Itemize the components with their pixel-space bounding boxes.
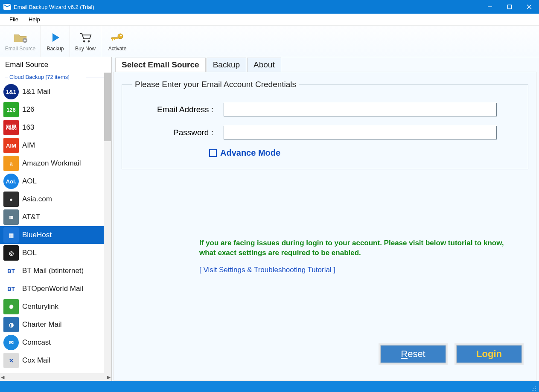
- provider-icon: AIM: [3, 138, 19, 153]
- provider-label: BlueHost: [22, 231, 52, 239]
- tab-select-email-source[interactable]: Select Email Source: [115, 58, 206, 72]
- svg-point-9: [120, 35, 122, 37]
- provider-label: BOL: [22, 249, 37, 257]
- tab-backup[interactable]: Backup: [207, 58, 246, 72]
- provider-item[interactable]: ◑Charter Mail: [0, 316, 111, 334]
- app-icon: [3, 4, 11, 10]
- provider-label: 126: [22, 105, 34, 114]
- window-title: Email Backup Wizard v6.2 (Trial): [14, 4, 480, 10]
- provider-item[interactable]: ✉Comcast: [0, 334, 111, 351]
- provider-icon: ●: [3, 192, 19, 207]
- tab-content: Please Enter your Email Account Credenti…: [114, 72, 536, 381]
- provider-item[interactable]: ●Asia.com: [0, 190, 111, 208]
- menu-help[interactable]: Help: [24, 15, 44, 24]
- tool-email-source[interactable]: Email Source: [0, 26, 41, 57]
- svg-rect-11: [112, 39, 113, 41]
- help-text: If you are facing issues during login to…: [199, 238, 510, 258]
- tool-label: Buy Now: [75, 46, 96, 52]
- tool-activate[interactable]: Activate: [101, 26, 134, 57]
- sidebar-title: Email Source: [0, 57, 111, 72]
- maximize-button[interactable]: [500, 0, 519, 14]
- password-label: Password :: [132, 128, 213, 137]
- provider-item[interactable]: aAmazon Workmail: [0, 154, 111, 172]
- provider-icon: ✉: [3, 335, 19, 350]
- provider-label: AOL: [22, 177, 37, 186]
- provider-icon: Aol.: [3, 174, 19, 189]
- provider-item[interactable]: BTBT Mail (btinternet): [0, 262, 111, 280]
- svg-rect-12: [114, 39, 115, 40]
- provider-item[interactable]: ≋AT&T: [0, 208, 111, 226]
- sidebar-scrollbar[interactable]: [104, 72, 111, 373]
- title-bar: Email Backup Wizard v6.2 (Trial): [0, 0, 539, 14]
- sidebar-hscroll[interactable]: ◀▶: [0, 373, 111, 381]
- provider-label: Asia.com: [22, 195, 52, 203]
- provider-label: BTOpenWorld Mail: [22, 285, 83, 293]
- provider-icon: ▦: [3, 227, 19, 243]
- provider-label: 163: [22, 123, 34, 132]
- menu-file[interactable]: File: [5, 15, 23, 24]
- provider-item[interactable]: ◎BOL: [0, 244, 111, 262]
- provider-icon: ◑: [3, 317, 19, 332]
- provider-item[interactable]: ✺Centurylink: [0, 298, 111, 316]
- provider-label: BT Mail (btinternet): [22, 267, 84, 275]
- key-icon: [110, 31, 125, 44]
- provider-icon: ✺: [3, 299, 19, 314]
- provider-icon: a: [3, 156, 19, 171]
- provider-item[interactable]: AIMAIM: [0, 136, 111, 154]
- provider-icon: 网易: [3, 120, 19, 135]
- provider-item[interactable]: ✕Cox Mail: [0, 351, 111, 369]
- svg-point-6: [83, 41, 85, 43]
- email-field[interactable]: [224, 103, 497, 116]
- provider-icon: 1&1: [3, 84, 19, 99]
- status-bar: [0, 381, 539, 392]
- provider-label: 1&1 Mail: [22, 87, 50, 96]
- provider-icon: ≋: [3, 209, 19, 225]
- tab-strip: Select Email Source Backup About: [114, 57, 536, 72]
- folder-plus-icon: [13, 31, 28, 44]
- main-panel: Select Email Source Backup About Please …: [112, 57, 539, 381]
- password-field[interactable]: [224, 126, 497, 139]
- provider-label: Charter Mail: [22, 320, 62, 329]
- menu-bar: File Help: [0, 14, 539, 26]
- email-label: Email Address :: [132, 105, 213, 114]
- minimize-button[interactable]: [480, 0, 500, 14]
- svg-rect-10: [111, 38, 118, 39]
- play-icon: [48, 31, 63, 44]
- cart-icon: [78, 31, 93, 44]
- reset-button[interactable]: Reset: [380, 345, 446, 363]
- tool-label: Activate: [108, 46, 127, 52]
- tool-label: Email Source: [5, 46, 35, 52]
- tool-buy-now[interactable]: Buy Now: [70, 26, 101, 57]
- provider-icon: ✕: [3, 353, 19, 368]
- credentials-legend: Please Enter your Email Account Credenti…: [132, 80, 299, 89]
- provider-item[interactable]: Aol.AOL: [0, 172, 111, 190]
- provider-icon: ◎: [3, 245, 19, 261]
- provider-item[interactable]: ▦BlueHost: [0, 226, 111, 244]
- provider-list: Cloud Backup [72 items] 1&11&1 Mail12612…: [0, 72, 111, 373]
- provider-label: AT&T: [22, 213, 40, 221]
- tool-label: Backup: [47, 46, 64, 52]
- svg-rect-2: [508, 5, 512, 9]
- provider-label: Centurylink: [22, 302, 58, 311]
- tab-about[interactable]: About: [247, 58, 281, 72]
- login-button[interactable]: Login: [456, 345, 522, 363]
- provider-item[interactable]: BTBTOpenWorld Mail: [0, 280, 111, 298]
- tutorial-link[interactable]: [ Visit Settings & Troubleshooting Tutor…: [199, 266, 510, 274]
- provider-item[interactable]: 126126: [0, 101, 111, 119]
- advance-mode-label: Advance Mode: [220, 148, 280, 158]
- cloud-backup-header: Cloud Backup [72 items]: [0, 72, 111, 83]
- provider-icon: 126: [3, 102, 19, 117]
- tool-backup[interactable]: Backup: [41, 26, 70, 57]
- provider-item[interactable]: 网易163: [0, 119, 111, 136]
- toolbar: Email Source Backup Buy Now Activate: [0, 26, 539, 57]
- provider-label: Amazon Workmail: [22, 159, 81, 168]
- provider-icon: BT: [3, 281, 19, 296]
- provider-label: Comcast: [22, 338, 51, 347]
- credentials-group: Please Enter your Email Account Credenti…: [122, 80, 528, 169]
- resize-grip-icon[interactable]: [531, 386, 537, 392]
- provider-label: Cox Mail: [22, 356, 50, 365]
- advance-mode-checkbox[interactable]: [209, 149, 217, 157]
- provider-icon: BT: [3, 263, 19, 279]
- provider-item[interactable]: 1&11&1 Mail: [0, 83, 111, 101]
- close-button[interactable]: [519, 0, 539, 14]
